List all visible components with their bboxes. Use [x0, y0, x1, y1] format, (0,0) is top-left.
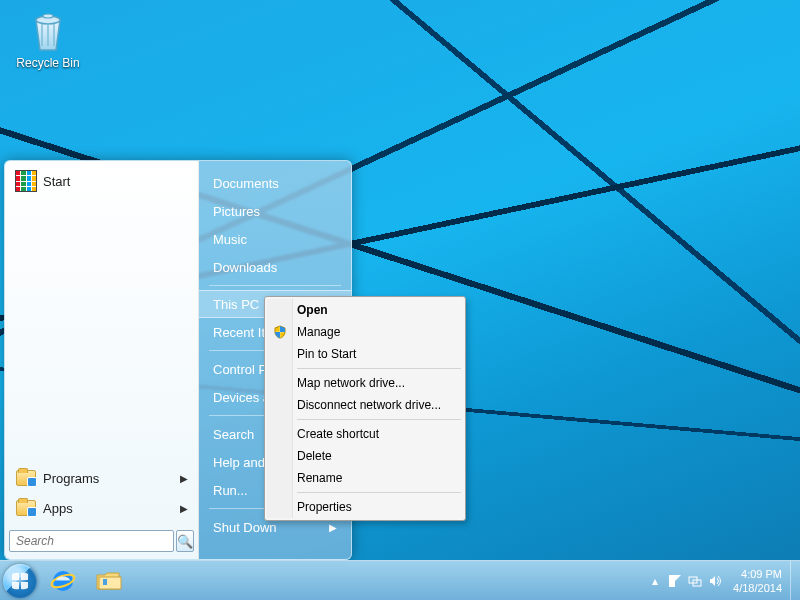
search-button[interactable]: 🔍 — [176, 530, 194, 552]
ie-icon — [49, 567, 77, 595]
start-header-label: Start — [43, 174, 70, 189]
context-item-properties[interactable]: Properties — [267, 496, 463, 518]
file-explorer-icon — [95, 569, 123, 593]
menu-label: This PC — [213, 297, 259, 312]
menu-label: Music — [213, 232, 247, 247]
recycle-bin-icon — [24, 6, 72, 54]
context-item-label: Pin to Start — [297, 347, 356, 361]
start-right-item-documents[interactable]: Documents — [199, 169, 351, 197]
menu-label: Downloads — [213, 260, 277, 275]
volume-icon[interactable] — [705, 561, 725, 600]
context-menu: OpenManagePin to StartMap network drive.… — [264, 296, 466, 521]
clock-time: 4:09 PM — [733, 567, 782, 581]
programs-item[interactable]: Programs ▶ — [9, 463, 194, 493]
menu-label: Run... — [213, 483, 248, 498]
tray-overflow[interactable]: ▴ — [645, 561, 665, 600]
context-item-label: Manage — [297, 325, 340, 339]
menu-label: Documents — [213, 176, 279, 191]
programs-label: Programs — [43, 471, 99, 486]
folder-icon — [15, 468, 37, 488]
separator — [209, 285, 341, 286]
network-icon[interactable] — [685, 561, 705, 600]
svg-rect-4 — [56, 580, 70, 582]
chevron-right-icon: ▶ — [329, 522, 337, 533]
action-center-icon[interactable] — [665, 561, 685, 600]
start-right-item-downloads[interactable]: Downloads — [199, 253, 351, 281]
start-button[interactable] — [0, 561, 40, 601]
context-item-create-shortcut[interactable]: Create shortcut — [267, 423, 463, 445]
system-tray: ▴ 4:09 PM 4/18/2014 — [645, 561, 800, 600]
context-item-label: Map network drive... — [297, 376, 405, 390]
clock-date: 4/18/2014 — [733, 581, 782, 595]
chevron-right-icon: ▶ — [180, 473, 188, 484]
svg-rect-5 — [99, 577, 121, 589]
folder-icon — [15, 498, 37, 518]
taskbar-explorer[interactable] — [86, 562, 132, 600]
context-item-rename[interactable]: Rename — [267, 467, 463, 489]
context-item-label: Open — [297, 303, 328, 317]
apps-item[interactable]: Apps ▶ — [9, 493, 194, 523]
separator — [297, 492, 461, 493]
recycle-bin[interactable]: Recycle Bin — [10, 6, 86, 70]
menu-label: Shut Down — [213, 520, 277, 535]
svg-point-1 — [43, 14, 53, 18]
context-item-disconnect-network-drive[interactable]: Disconnect network drive... — [267, 394, 463, 416]
context-item-map-network-drive[interactable]: Map network drive... — [267, 372, 463, 394]
taskbar-ie[interactable] — [40, 562, 86, 600]
context-item-label: Delete — [297, 449, 332, 463]
context-item-manage[interactable]: Manage — [267, 321, 463, 343]
context-item-label: Disconnect network drive... — [297, 398, 441, 412]
context-item-delete[interactable]: Delete — [267, 445, 463, 467]
context-item-open[interactable]: Open — [267, 299, 463, 321]
recycle-bin-label: Recycle Bin — [10, 56, 86, 70]
start-menu-left-pane: Start Programs ▶ Apps ▶ 🔍 — [5, 161, 199, 559]
context-item-label: Properties — [297, 500, 352, 514]
context-item-pin-to-start[interactable]: Pin to Start — [267, 343, 463, 365]
menu-label: Pictures — [213, 204, 260, 219]
apps-label: Apps — [43, 501, 73, 516]
start-screen-tile[interactable]: Start — [9, 167, 194, 195]
separator — [297, 419, 461, 420]
separator — [297, 368, 461, 369]
context-item-label: Create shortcut — [297, 427, 379, 441]
search-input[interactable] — [9, 530, 174, 552]
svg-rect-6 — [103, 579, 107, 585]
start-right-item-music[interactable]: Music — [199, 225, 351, 253]
taskbar: ▴ 4:09 PM 4/18/2014 — [0, 560, 800, 600]
context-item-label: Rename — [297, 471, 342, 485]
chevron-right-icon: ▶ — [180, 503, 188, 514]
clock[interactable]: 4:09 PM 4/18/2014 — [725, 567, 790, 595]
show-desktop-button[interactable] — [790, 561, 800, 600]
shield-icon — [272, 324, 288, 340]
start-tile-icon — [15, 170, 37, 192]
start-right-item-pictures[interactable]: Pictures — [199, 197, 351, 225]
start-orb-icon — [3, 564, 37, 598]
menu-label: Search — [213, 427, 254, 442]
